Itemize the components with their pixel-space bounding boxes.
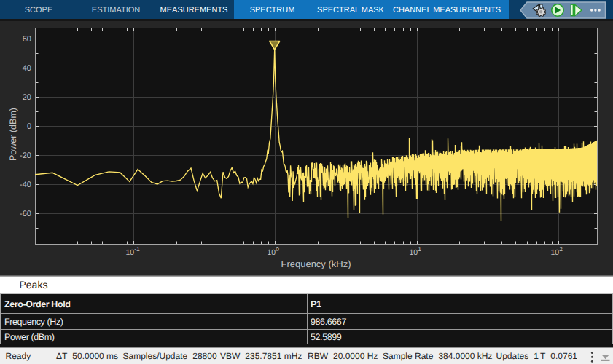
svg-text:0: 0 [27,122,31,131]
svg-text:-20: -20 [20,151,31,160]
svg-text:Frequency (kHz): Frequency (kHz) [281,258,351,269]
svg-text:20: 20 [23,93,31,102]
svg-text:-60: -60 [20,210,31,218]
svg-text:60: 60 [23,35,31,44]
svg-text:40: 40 [23,64,31,73]
svg-text:-40: -40 [20,181,31,189]
svg-text:Power (dBm): Power (dBm) [8,108,18,161]
